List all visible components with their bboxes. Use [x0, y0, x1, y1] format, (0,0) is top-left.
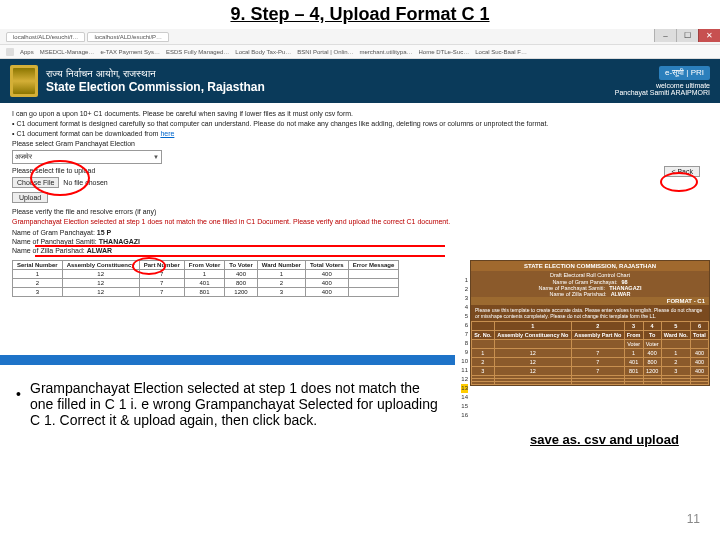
- save-instruction: save as. csv and upload: [530, 432, 679, 447]
- header-english: State Election Commission, Rajasthan: [46, 80, 265, 94]
- preview-table: Serial NumberAssembly ConstituencyPart N…: [12, 260, 399, 297]
- annotation-oval: [30, 160, 90, 196]
- bullet-1: • C1 document format is designed careful…: [12, 120, 708, 127]
- annotation-underline: [35, 245, 445, 247]
- c1-note: Please use this template to create accur…: [471, 305, 709, 321]
- c1-title: STATE ELECTION COMMISSION, RAJASTHAN: [471, 261, 709, 271]
- bookmark-item[interactable]: e-TAX Payment Sys…: [100, 49, 160, 55]
- bookmark-item[interactable]: Apps: [20, 49, 34, 55]
- download-link[interactable]: here: [160, 130, 174, 137]
- window-close-icon[interactable]: ✕: [698, 29, 720, 42]
- samiti-text: Panchayat Samiti ARAIРМORI: [615, 89, 710, 96]
- welcome-text: welcome ultimate: [615, 82, 710, 89]
- c1-template-panel: STATE ELECTION COMMISSION, RAJASTHAN Dra…: [470, 260, 710, 386]
- bookmark-item[interactable]: Local Suc-Baal F…: [475, 49, 527, 55]
- format-label: FORMAT - C1: [471, 297, 709, 305]
- annotation-underline: [35, 255, 445, 257]
- callout-text: • Grampanchayat Election selected at ste…: [30, 380, 440, 428]
- browser-tab[interactable]: localhost/ALD/esuchi/f…: [6, 32, 85, 42]
- intro-text: I can go upon a upon 10+ C1 documents. P…: [12, 110, 708, 117]
- bookmark-item[interactable]: MSEDCL-Manage…: [40, 49, 95, 55]
- bookmark-item[interactable]: ESDS Fully Managed…: [166, 49, 229, 55]
- header-hindi: राज्य निर्वाचन आयोग, राजस्थान: [46, 68, 265, 80]
- slide-title: 9. Step – 4, Upload Format C 1: [0, 0, 720, 29]
- bullet-icon: •: [16, 386, 21, 402]
- c1-subtitle: Draft Electoral Roll Control Chart: [471, 271, 709, 279]
- bookmarks-bar: Apps MSEDCL-Manage… e-TAX Payment Sys… E…: [0, 45, 720, 59]
- page-number: 11: [687, 512, 700, 526]
- browser-tabs-bar: localhost/ALD/esuchi/f… localhost/ALD/es…: [0, 29, 720, 45]
- step1-label: Please select Gram Panchayat Election: [12, 140, 708, 147]
- divider-bar: [0, 355, 455, 365]
- error-message: Grampanchayat Election selected at step …: [12, 218, 708, 225]
- app-header: राज्य निर्वाचन आयोग, राजस्थान State Elec…: [0, 59, 720, 103]
- annotation-oval: [660, 172, 698, 192]
- bookmark-item[interactable]: merchant.utilitypa…: [360, 49, 413, 55]
- window-minimize-icon[interactable]: –: [654, 29, 676, 42]
- step2-label: Please select file to upload: [12, 167, 708, 174]
- names-block: Name of Gram Panchayat: 15 P Name of Pan…: [12, 229, 708, 254]
- emblem-icon: [10, 65, 38, 97]
- bookmark-item[interactable]: Local Body Tax-Pu…: [235, 49, 291, 55]
- upload-button[interactable]: Upload: [12, 192, 48, 203]
- bookmark-item[interactable]: Home DTLe-Suc…: [419, 49, 470, 55]
- bullet-2: • C1 document format can be downloaded f…: [12, 130, 708, 137]
- gram-panchayat-select[interactable]: अजमेर: [12, 150, 162, 164]
- window-maximize-icon[interactable]: ☐: [676, 29, 698, 42]
- bookmark-item[interactable]: BSNI Portal | Onlin…: [297, 49, 353, 55]
- apps-icon[interactable]: [6, 48, 14, 56]
- c1-table: 123456 Sr. No.Assembly Constituency NoAs…: [471, 321, 709, 385]
- excel-row-numbers: 1234 5678 9101112 13141516: [461, 276, 468, 420]
- pri-badge[interactable]: e-सूची | PRI: [659, 66, 710, 80]
- step3-label: Please verify the file and resolve error…: [12, 208, 708, 215]
- annotation-oval: [132, 257, 166, 275]
- browser-tab[interactable]: localhost/ALD/esuchi/P…: [87, 32, 169, 42]
